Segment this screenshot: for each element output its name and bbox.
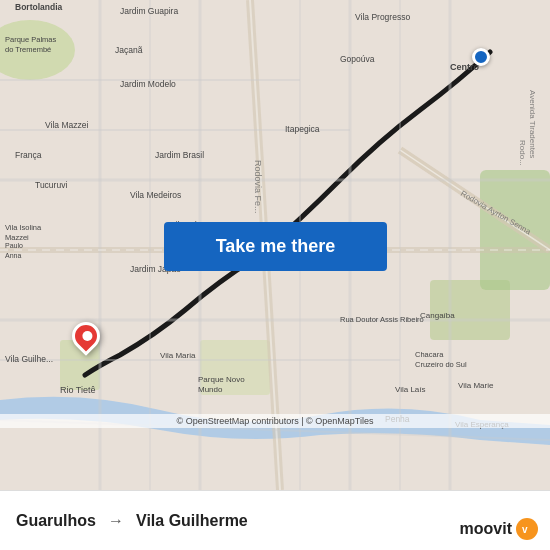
bottom-bar: Guarulhos → Vila Guilherme moovit v (0, 490, 550, 550)
svg-text:Mazzei: Mazzei (5, 233, 29, 242)
svg-text:França: França (15, 150, 42, 160)
svg-text:Vila Maria: Vila Maria (160, 351, 196, 360)
svg-text:Bortolandia: Bortolandia (15, 2, 62, 12)
svg-text:Jardim Modelo: Jardim Modelo (120, 79, 176, 89)
svg-text:Itapegica: Itapegica (285, 124, 320, 134)
svg-text:Jardim Brasil: Jardim Brasil (155, 150, 204, 160)
svg-text:Vila Isolina: Vila Isolina (5, 223, 42, 232)
svg-text:Tucuruvi: Tucuruvi (35, 180, 67, 190)
svg-text:Mundo: Mundo (198, 385, 223, 394)
svg-text:Rua Doutor Assis Ribeiro: Rua Doutor Assis Ribeiro (340, 315, 424, 324)
svg-text:v: v (522, 524, 528, 535)
svg-text:Vila Guilhe...: Vila Guilhe... (5, 354, 53, 364)
svg-text:Rodo...: Rodo... (518, 140, 527, 166)
svg-text:Jardim Guapira: Jardim Guapira (120, 6, 178, 16)
svg-text:Vila Medeiros: Vila Medeiros (130, 190, 181, 200)
to-location: Vila Guilherme (136, 512, 248, 530)
svg-text:Jaçanã: Jaçanã (115, 45, 143, 55)
svg-text:do Tremembé: do Tremembé (5, 45, 51, 54)
svg-text:Vila Marie: Vila Marie (458, 381, 494, 390)
svg-text:Paulo: Paulo (5, 242, 23, 249)
take-me-there-button[interactable]: Take me there (164, 222, 387, 271)
svg-text:Cangaíba: Cangaíba (420, 311, 455, 320)
moovit-logo: moovit v (460, 518, 538, 540)
svg-text:Parque Novo: Parque Novo (198, 375, 245, 384)
svg-text:Vila Mazzei: Vila Mazzei (45, 120, 88, 130)
svg-text:Anna: Anna (5, 252, 21, 259)
svg-text:Rio Tietê: Rio Tietê (60, 385, 96, 395)
svg-text:Vila Progresso: Vila Progresso (355, 12, 410, 22)
svg-text:Chacara: Chacara (415, 350, 444, 359)
map-attribution: © OpenStreetMap contributors | © OpenMap… (0, 414, 550, 428)
moovit-icon: v (516, 518, 538, 540)
svg-text:Vila Laís: Vila Laís (395, 385, 426, 394)
svg-text:Parque Palmas: Parque Palmas (5, 35, 57, 44)
destination-marker (472, 48, 490, 66)
origin-marker (72, 322, 100, 358)
svg-text:Gopoúva: Gopoúva (340, 54, 375, 64)
svg-text:Rodovia Fe...: Rodovia Fe... (253, 160, 263, 214)
svg-text:Avenida Tiradentes: Avenida Tiradentes (528, 90, 537, 158)
map-container: Rodovia Fe... Rodovia Ayrton Senna Aveni… (0, 0, 550, 490)
arrow-icon: → (108, 512, 124, 530)
from-location: Guarulhos (16, 512, 96, 530)
svg-text:Cruzeiro do Sul: Cruzeiro do Sul (415, 360, 467, 369)
moovit-text: moovit (460, 520, 512, 538)
